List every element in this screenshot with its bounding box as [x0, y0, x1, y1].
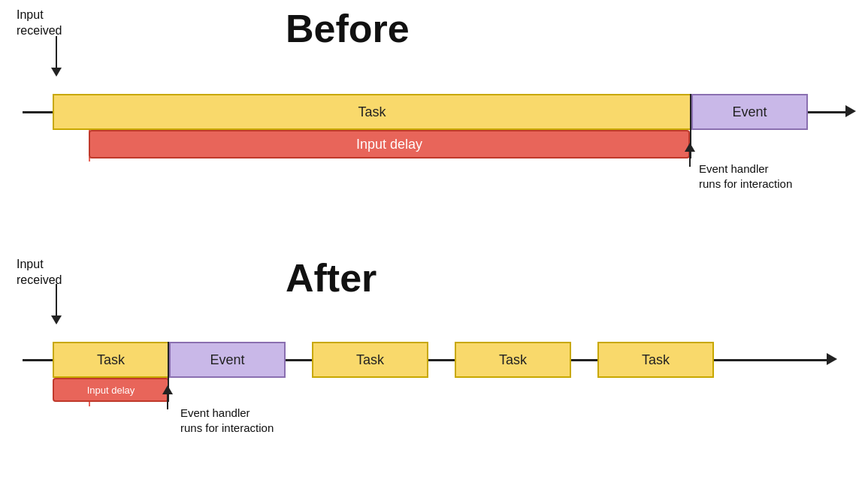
before-title: Before: [286, 6, 410, 51]
before-arrow-right: [845, 105, 856, 117]
before-event-handler-label: Event handlerruns for interaction: [699, 161, 792, 191]
after-timeline-right: [714, 359, 830, 361]
after-event-handler-label: Event handlerruns for interaction: [180, 406, 274, 435]
after-arrow-right: [827, 353, 837, 365]
after-event-handler-arrow-up: [162, 385, 173, 409]
after-connector-2: [286, 359, 312, 361]
before-timeline-left: [23, 111, 53, 113]
after-task2-box: Task: [312, 342, 428, 378]
before-timeline-right: [808, 111, 849, 113]
after-event-box: Event: [169, 342, 286, 378]
after-input-arrow: [51, 284, 62, 325]
before-task-box: Task: [53, 94, 691, 130]
after-connector-3: [428, 359, 455, 361]
after-input-delay-box: Input delay: [53, 378, 169, 402]
after-task3-box: Task: [455, 342, 571, 378]
before-input-arrow: [51, 36, 62, 77]
before-event-handler-arrow-up: [685, 143, 695, 167]
after-timeline-left: [23, 359, 53, 361]
diagram-container: Before Inputreceived Task Input delay Ev…: [0, 0, 868, 486]
before-input-received-label: Inputreceived: [17, 8, 62, 39]
after-connector-4: [571, 359, 597, 361]
after-title: After: [286, 255, 377, 300]
before-event-box: Event: [691, 94, 808, 130]
after-task1-box: Task: [53, 342, 169, 378]
after-task4-box: Task: [597, 342, 714, 378]
before-input-delay-box: Input delay: [89, 130, 690, 158]
